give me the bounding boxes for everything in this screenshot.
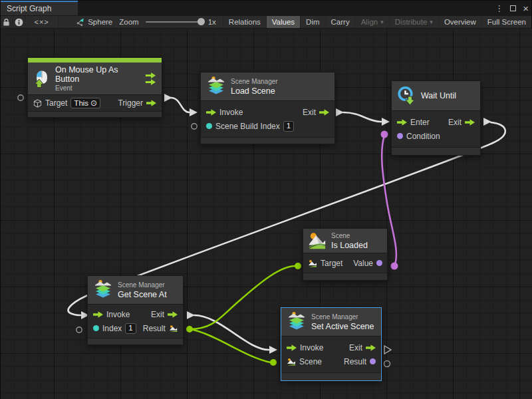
tab-script-graph[interactable]: Script Graph bbox=[1, 1, 78, 15]
script-graph-window: Script Graph ⋮ × <×> Sphere Zoom bbox=[0, 0, 532, 399]
flow-in-setactive bbox=[269, 346, 277, 354]
invoke-port-label: Invoke bbox=[219, 108, 243, 117]
index-port-label: Index bbox=[102, 324, 122, 333]
wire-result-to-scene bbox=[190, 329, 271, 362]
node-get-scene-at[interactable]: Scene Manager Get Scene At Invoke Exit I… bbox=[87, 275, 184, 345]
value-port-label: Value bbox=[353, 259, 373, 268]
wire-trigger-to-loadscene bbox=[171, 98, 190, 112]
invoke-port-label: Invoke bbox=[106, 310, 130, 319]
node-footer bbox=[392, 147, 480, 155]
exit-port-label: Exit bbox=[349, 343, 362, 352]
lock-button[interactable] bbox=[1, 16, 13, 28]
full-screen-button[interactable]: Full Screen bbox=[482, 16, 531, 28]
invoke-port-arrow[interactable] bbox=[206, 109, 216, 116]
mini-scene-icon bbox=[287, 358, 296, 366]
exit-port-label: Exit bbox=[448, 118, 462, 127]
flow-in-loadscene bbox=[190, 108, 198, 116]
scene-build-index-port[interactable] bbox=[206, 123, 212, 129]
node-load-scene[interactable]: Scene Manager Load Scene Invoke Exit Sce… bbox=[200, 72, 335, 144]
invoke-port-arrow[interactable] bbox=[93, 311, 103, 318]
port-getsceneat-index bbox=[76, 327, 82, 332]
overview-button[interactable]: Overview bbox=[439, 16, 482, 28]
trigger-port-arrow[interactable] bbox=[146, 100, 156, 106]
event-accent-strip bbox=[28, 58, 162, 63]
object-picker-icon[interactable]: ⊙ bbox=[90, 98, 97, 108]
scene-port-label: Scene bbox=[299, 357, 322, 366]
align-button[interactable]: Align▾ bbox=[356, 16, 390, 28]
node-set-active-scene[interactable]: Scene Manager Set Active Scene Invoke Ex… bbox=[281, 307, 382, 381]
graph-breadcrumb[interactable]: Sphere bbox=[59, 18, 119, 27]
event-double-arrow-icon bbox=[145, 72, 156, 85]
node-is-loaded[interactable]: Scene Is Loaded Target Value bbox=[303, 228, 388, 281]
graph-name: Sphere bbox=[88, 18, 112, 26]
mouse-up-icon bbox=[33, 70, 51, 88]
scene-manager-icon bbox=[287, 311, 307, 332]
relations-button[interactable]: Relations bbox=[223, 16, 267, 28]
graph-canvas[interactable]: On Mouse Up As Button Event Target This … bbox=[1, 29, 532, 399]
code-icon: <×> bbox=[34, 18, 49, 26]
result-port-label: Result bbox=[344, 357, 366, 366]
code-view-button[interactable]: <×> bbox=[25, 16, 59, 28]
index-port[interactable] bbox=[93, 325, 99, 331]
exit-port-arrow[interactable] bbox=[168, 311, 178, 318]
mini-scene-icon bbox=[308, 259, 317, 267]
index-value[interactable]: 1 bbox=[125, 323, 136, 334]
close-icon[interactable]: × bbox=[523, 3, 529, 13]
value-wires-green bbox=[190, 266, 295, 362]
port-loadscene-index bbox=[192, 124, 197, 129]
node-title: Set Active Scene bbox=[311, 322, 376, 331]
lock-icon bbox=[3, 18, 10, 27]
invoke-port-label: Invoke bbox=[300, 343, 323, 352]
node-wait-until[interactable]: Wait Until Enter Exit Condition bbox=[391, 80, 481, 156]
trigger-port-label: Trigger bbox=[118, 98, 143, 108]
zoom-slider-handle[interactable] bbox=[198, 18, 205, 25]
flow-out-loadscene bbox=[336, 108, 344, 116]
port-setactive-exit bbox=[384, 346, 391, 354]
wire-getsceneat-to-setactive bbox=[194, 315, 269, 350]
node-on-mouse-up-as-button[interactable]: On Mouse Up As Button Event Target This … bbox=[27, 57, 162, 118]
scene-manager-icon bbox=[93, 279, 113, 301]
exit-port-label: Exit bbox=[303, 108, 316, 117]
green-in-dot-setactive bbox=[270, 359, 277, 366]
node-footer bbox=[88, 338, 183, 344]
wire-result-to-isloaded bbox=[190, 266, 295, 329]
port-mouseup-left bbox=[18, 95, 23, 100]
node-footer bbox=[201, 137, 334, 144]
wire-loadscene-to-waituntil bbox=[343, 112, 381, 122]
scene-build-index-label: Scene Build Index bbox=[215, 122, 280, 131]
tab-title: Script Graph bbox=[7, 4, 51, 13]
flow-in-waituntil bbox=[382, 118, 390, 126]
exit-port-arrow[interactable] bbox=[319, 109, 329, 116]
node-title: Is Loaded bbox=[331, 241, 382, 250]
result-port[interactable] bbox=[370, 358, 376, 364]
zoom-slider[interactable] bbox=[146, 21, 204, 23]
node-title: Load Scene bbox=[231, 86, 329, 96]
info-button[interactable] bbox=[13, 16, 26, 28]
graph-toolbar: <×> Sphere Zoom 1x Relations Values Dim … bbox=[1, 15, 531, 29]
dim-button[interactable]: Dim bbox=[301, 16, 325, 28]
exit-port-label: Exit bbox=[151, 310, 164, 319]
node-category: Scene bbox=[331, 232, 382, 239]
distribute-button[interactable]: Distribute▾ bbox=[390, 16, 439, 28]
wait-until-icon bbox=[397, 86, 416, 106]
node-subtitle: Event bbox=[55, 84, 140, 92]
purple-out-dot bbox=[391, 263, 398, 270]
values-button[interactable]: Values bbox=[267, 16, 301, 28]
target-port-label: Target bbox=[321, 259, 342, 268]
scene-build-index-value[interactable]: 1 bbox=[283, 121, 294, 132]
condition-port-label: Condition bbox=[406, 132, 440, 141]
chevron-down-icon: ▾ bbox=[380, 19, 384, 25]
enter-port-arrow[interactable] bbox=[397, 119, 407, 126]
maximize-icon[interactable] bbox=[510, 5, 516, 11]
exit-port-arrow[interactable] bbox=[366, 344, 376, 351]
node-title: Wait Until bbox=[421, 91, 456, 100]
invoke-port-arrow[interactable] bbox=[287, 344, 297, 351]
menu-icon[interactable]: ⋮ bbox=[495, 4, 503, 13]
node-category: Scene Manager bbox=[231, 78, 329, 85]
target-value-chip[interactable]: This ⊙ bbox=[70, 98, 100, 108]
carry-button[interactable]: Carry bbox=[326, 16, 356, 28]
green-out-dot bbox=[186, 326, 193, 332]
value-port[interactable] bbox=[376, 260, 382, 266]
condition-port[interactable] bbox=[397, 133, 403, 139]
exit-port-arrow[interactable] bbox=[465, 119, 475, 126]
